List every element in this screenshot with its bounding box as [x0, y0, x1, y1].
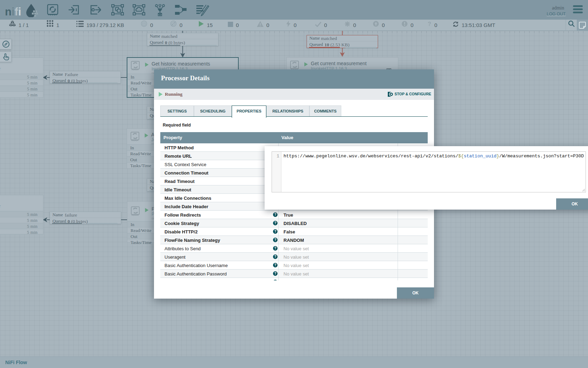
svg-text:?: ?: [428, 21, 431, 27]
svg-text:nifi: nifi: [5, 6, 21, 17]
